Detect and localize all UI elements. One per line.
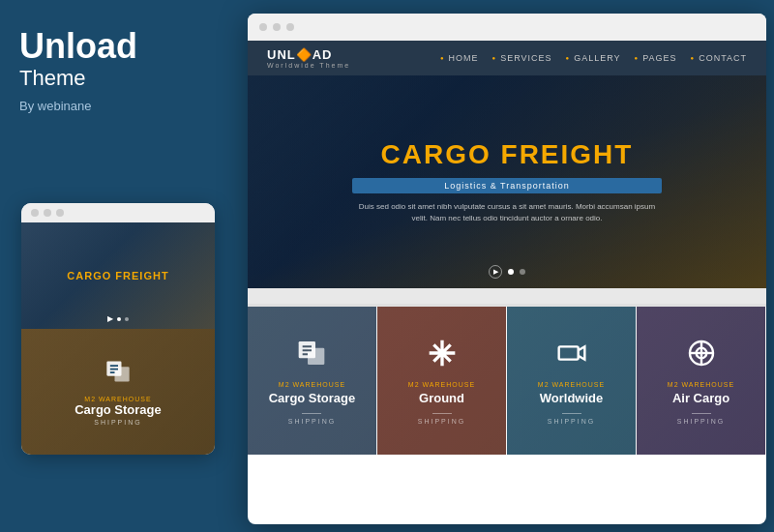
logo-highlight: 🔶 xyxy=(296,47,313,62)
ground-title: Ground xyxy=(419,391,464,405)
storage-sub: SHIPPING xyxy=(288,418,336,425)
ground-icon xyxy=(427,338,458,375)
nav-item-services[interactable]: ●SERVICES xyxy=(492,53,552,63)
aircargo-sub: SHIPPING xyxy=(677,418,725,425)
hero-controls: ▶ xyxy=(489,265,525,279)
left-panel: Unload Theme By webinane CARGO FREIGHT ▶ xyxy=(0,0,240,532)
nav-dot-home: ● xyxy=(440,55,445,61)
worldwide-label: M2 Warehouse xyxy=(538,381,605,388)
site-tagline: Worldwide Theme xyxy=(267,62,350,69)
service-card-aircargo[interactable]: M2 Warehouse Air Cargo SHIPPING xyxy=(637,307,766,455)
nav-item-gallery[interactable]: ●GALLERY xyxy=(566,53,621,63)
storage-title: Cargo Storage xyxy=(269,391,356,405)
mobile-card-title: Cargo Storage xyxy=(74,402,162,417)
nav-item-contact[interactable]: ●CONTACT xyxy=(691,53,747,63)
hero-badge: Logistics & Transportation xyxy=(352,178,662,193)
service-card-storage[interactable]: M2 Warehouse Cargo Storage SHIPPING xyxy=(248,307,377,455)
aircargo-title: Air Cargo xyxy=(672,391,729,405)
mobile-slider-dot-1 xyxy=(117,317,121,321)
mobile-play-icon[interactable]: ▶ xyxy=(107,314,113,323)
svg-rect-4 xyxy=(558,346,578,359)
section-gap xyxy=(248,288,766,304)
card-content-aircargo: M2 Warehouse Air Cargo SHIPPING xyxy=(668,338,734,425)
storage-divider xyxy=(302,413,321,414)
site-hero: CARGO FREIGHT Logistics & Transportation… xyxy=(248,75,766,288)
ground-sub: SHIPPING xyxy=(418,418,465,425)
mobile-slider-dot-2 xyxy=(125,317,129,321)
browser-window: UNL🔶AD Worldwide Theme ●HOME ●SERVICES ●… xyxy=(248,14,766,524)
mobile-dot-1 xyxy=(31,209,39,217)
nav-item-home[interactable]: ●HOME xyxy=(440,53,479,63)
nav-items: ●HOME ●SERVICES ●GALLERY ●PAGES ●CONTACT xyxy=(440,53,747,63)
browser-dot-3 xyxy=(286,23,294,31)
worldwide-divider xyxy=(562,413,581,414)
hero-content: CARGO FREIGHT Logistics & Transportation… xyxy=(352,139,662,224)
mobile-card-icon xyxy=(104,358,132,392)
site-nav: UNL🔶AD Worldwide Theme ●HOME ●SERVICES ●… xyxy=(248,41,766,75)
card-content-ground: M2 Warehouse Ground SHIPPING xyxy=(408,338,475,425)
mobile-preview: CARGO FREIGHT ▶ M2 Warehouse Cargo Stora… xyxy=(21,203,215,455)
mobile-titlebar xyxy=(21,203,215,222)
storage-label: M2 Warehouse xyxy=(279,381,345,388)
hero-title: CARGO FREIGHT xyxy=(352,139,662,170)
mobile-card-sub: SHIPPING xyxy=(94,419,141,426)
ground-label: M2 Warehouse xyxy=(408,381,475,388)
mobile-dot-2 xyxy=(44,209,51,217)
mobile-hero-controls: ▶ xyxy=(107,314,129,323)
mobile-hero-title: CARGO FREIGHT xyxy=(67,270,168,281)
brand-author: By webinane xyxy=(19,99,221,113)
nav-dot-services: ● xyxy=(492,55,497,61)
nav-dot-pages: ● xyxy=(635,55,640,61)
mobile-hero: CARGO FREIGHT ▶ xyxy=(21,222,215,329)
storage-icon xyxy=(296,338,327,375)
nav-dot-gallery: ● xyxy=(566,55,571,61)
worldwide-icon xyxy=(556,338,587,375)
browser-dot-1 xyxy=(259,23,267,31)
mobile-dot-3 xyxy=(56,209,64,217)
hero-text: Duis sed odio sit amet nibh vulputate cu… xyxy=(352,201,662,224)
worldwide-title: Worldwide xyxy=(540,391,603,405)
mobile-card: M2 Warehouse Cargo Storage SHIPPING xyxy=(21,329,215,455)
aircargo-icon xyxy=(686,338,717,375)
nav-dot-contact: ● xyxy=(691,55,696,61)
hero-play-btn[interactable]: ▶ xyxy=(489,265,502,279)
brand-title: Unload xyxy=(19,29,221,64)
hero-dot-1 xyxy=(508,269,514,275)
mobile-card-label: M2 Warehouse xyxy=(84,396,151,402)
aircargo-label: M2 Warehouse xyxy=(668,381,734,388)
card-content-storage: M2 Warehouse Cargo Storage SHIPPING xyxy=(269,338,356,425)
card-content-worldwide: M2 Warehouse Worldwide SHIPPING xyxy=(538,338,605,425)
browser-titlebar xyxy=(248,14,766,41)
browser-dot-2 xyxy=(273,23,281,31)
ground-divider xyxy=(432,413,452,414)
service-card-ground[interactable]: M2 Warehouse Ground SHIPPING xyxy=(377,307,507,455)
nav-item-pages[interactable]: ●PAGES xyxy=(635,53,677,63)
aircargo-divider xyxy=(692,413,711,414)
hero-dot-2 xyxy=(520,269,525,275)
worldwide-sub: SHIPPING xyxy=(548,418,595,425)
site-logo: UNL🔶AD Worldwide Theme xyxy=(267,47,350,69)
brand-subtitle: Theme xyxy=(19,66,221,91)
service-card-worldwide[interactable]: M2 Warehouse Worldwide SHIPPING xyxy=(507,307,637,455)
service-cards: M2 Warehouse Cargo Storage SHIPPING M2 W… xyxy=(248,304,766,455)
